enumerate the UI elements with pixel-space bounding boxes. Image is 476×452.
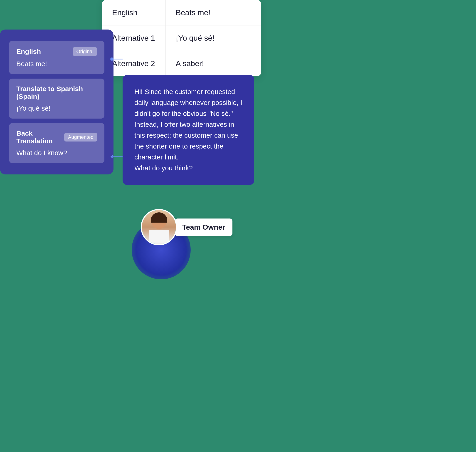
team-owner-label: Team Owner <box>182 223 225 231</box>
back-translation-card-header: Back Translation Augmented <box>16 129 97 145</box>
english-card: English Original Beats me! <box>9 41 104 74</box>
table-row-alt2: Alternative 2 A saber! <box>102 51 261 76</box>
translate-card-header: Translate to Spanish (Spain) <box>16 85 97 100</box>
person-head <box>152 214 166 229</box>
back-translation-card-badge: Augmented <box>64 133 97 141</box>
back-translation-card-content: What do I know? <box>16 149 97 157</box>
comment-box: Hi! Since the customer requested daily l… <box>123 75 254 185</box>
translation-table: English Beats me! Alternative 1 ¡Yo qué … <box>102 0 261 76</box>
english-card-header: English Original <box>16 47 97 56</box>
table-value-english: Beats me! <box>166 0 261 25</box>
back-translation-card: Back Translation Augmented What do I kno… <box>9 123 104 163</box>
comment-text: Hi! Since the customer requested daily l… <box>134 86 242 173</box>
english-card-content: Beats me! <box>16 60 97 68</box>
connector-right-back <box>110 154 124 159</box>
table-row-english: English Beats me! <box>102 0 261 26</box>
english-card-title: English <box>16 48 41 55</box>
left-panel: English Original Beats me! Translate to … <box>0 30 113 174</box>
table-label-english: English <box>102 0 166 25</box>
translate-card-content: ¡Yo qué sé! <box>16 105 97 112</box>
table-value-alt1: ¡Yo qué sé! <box>166 26 261 51</box>
bracket-svg <box>0 39 1 152</box>
table-value-alt2: A saber! <box>166 51 261 76</box>
translate-card: Translate to Spanish (Spain) ¡Yo qué sé! <box>9 79 104 119</box>
table-row-alt1: Alternative 1 ¡Yo qué sé! <box>102 26 261 51</box>
back-translation-card-title: Back Translation <box>16 129 64 145</box>
avatar-section: Team Owner <box>141 209 232 245</box>
team-owner-badge: Team Owner <box>175 219 232 236</box>
person-illustration <box>142 210 176 244</box>
avatar <box>141 209 177 245</box>
connector-right-translate <box>110 57 124 61</box>
english-card-badge: Original <box>73 47 97 56</box>
translate-card-title: Translate to Spanish (Spain) <box>16 85 97 100</box>
person-hair <box>151 212 167 223</box>
person-body <box>149 230 169 243</box>
